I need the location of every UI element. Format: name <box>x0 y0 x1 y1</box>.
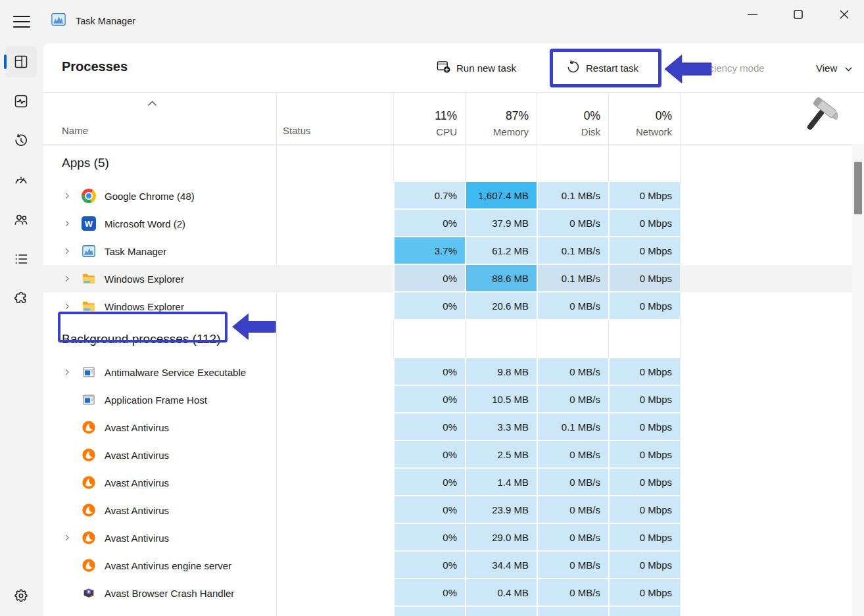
sidebar <box>0 43 43 616</box>
row-spacer <box>680 441 852 469</box>
leaf-icon <box>676 60 689 76</box>
expand-chevron-icon[interactable] <box>62 191 72 201</box>
sidebar-item-details[interactable] <box>5 243 37 275</box>
process-row[interactable]: Windows Explorer0%88.6 MB0.1 MB/s0 Mbps <box>43 265 852 293</box>
avast-app-icon <box>82 558 96 573</box>
header-spacer <box>680 93 852 144</box>
row-spacer <box>680 524 852 552</box>
memory-cell: 29.0 MB <box>465 524 537 552</box>
disk-cell: 0 MB/s <box>537 358 608 386</box>
process-row[interactable]: Avast Antivirus0%1.4 MB0 MB/s0 Mbps <box>43 469 852 496</box>
status-cell <box>276 265 393 293</box>
group-header[interactable]: Apps (5) <box>43 144 852 182</box>
process-row[interactable]: Antimalware Service Executable0%9.8 MB0 … <box>43 358 852 386</box>
process-name-cell: Avast Antivirus <box>43 414 276 441</box>
disk-cell: 0.1 MB/s <box>537 414 608 441</box>
column-header-disk[interactable]: 0% Disk <box>537 93 608 144</box>
column-header-memory[interactable]: 87% Memory <box>465 93 537 144</box>
process-row[interactable]: Avast Antivirus0%29.0 MB0 MB/s0 Mbps <box>43 524 852 552</box>
expand-chevron-icon[interactable] <box>62 367 72 377</box>
process-row[interactable]: Google Chrome (48)0.7%1,607.4 MB0.1 MB/s… <box>43 182 852 210</box>
expand-chevron-icon[interactable] <box>62 533 72 542</box>
cpu-total: 11% <box>435 109 457 123</box>
chevron-placeholder <box>62 506 72 515</box>
status-cell <box>276 182 393 210</box>
run-new-task-icon <box>437 60 450 76</box>
column-header-cpu[interactable]: 11% CPU <box>393 93 465 144</box>
view-dropdown[interactable]: View <box>812 57 856 78</box>
sidebar-item-users[interactable] <box>5 204 37 235</box>
restart-task-button[interactable]: Restart task <box>562 57 642 78</box>
group-label: Apps (5) <box>62 156 109 170</box>
expand-chevron-icon[interactable] <box>62 219 72 228</box>
efficiency-mode-button: Efficiency mode <box>672 57 769 78</box>
cpu-cell: 0% <box>393 496 465 524</box>
process-row[interactable]: Task Manager3.7%61.2 MB0.1 MB/s0 Mbps <box>43 237 852 265</box>
status-cell <box>276 469 393 496</box>
avast-app-icon <box>82 420 96 435</box>
status-cell <box>276 579 393 607</box>
column-header-status[interactable]: Status <box>276 93 393 144</box>
process-row[interactable]: Windows Explorer0%20.6 MB0 MB/s0 Mbps <box>43 293 852 320</box>
network-cell: 0 Mbps <box>608 607 680 616</box>
disk-cell: 0.1 MB/s <box>537 182 608 210</box>
cpu-cell: 0% <box>393 358 465 386</box>
cpu-cell: 0% <box>393 607 465 616</box>
process-name: Windows Explorer <box>105 301 184 312</box>
memory-cell: 1.4 MB <box>465 469 537 496</box>
disk-cell: 0.1 MB/s <box>537 607 608 616</box>
toolbar: Processes Run new task Restart task Effi… <box>43 43 864 93</box>
sidebar-item-settings[interactable] <box>5 580 37 611</box>
network-cell: 0 Mbps <box>608 414 680 441</box>
users-icon <box>13 212 29 227</box>
sidebar-item-services[interactable] <box>5 283 37 314</box>
status-cell <box>276 496 393 524</box>
table-header: Name Status 11% CPU 87% Memory 0% Disk 0… <box>43 93 852 145</box>
process-name-cell: Avast Antivirus <box>43 524 276 552</box>
sidebar-item-app-history[interactable] <box>5 125 37 156</box>
chevron-placeholder <box>62 395 72 404</box>
status-cell <box>276 293 393 320</box>
column-header-network[interactable]: 0% Network <box>608 93 680 144</box>
maximize-icon[interactable] <box>783 3 813 26</box>
expand-chevron-icon[interactable] <box>62 302 72 311</box>
row-spacer <box>680 210 852 237</box>
process-name: Avast Antivirus <box>105 422 169 433</box>
run-new-task-button[interactable]: Run new task <box>433 57 520 78</box>
vertical-scrollbar[interactable] <box>852 144 864 616</box>
process-row[interactable]: WMicrosoft Word (2)0%37.9 MB0 MB/s0 Mbps <box>43 210 852 237</box>
row-spacer <box>680 237 852 265</box>
process-name: Avast Antivirus <box>105 505 169 516</box>
process-row[interactable]: Avast Browser Crash Handler0%0.5 MB0.1 M… <box>43 607 852 616</box>
process-row[interactable]: Avast Antivirus engine server0%34.4 MB0 … <box>43 552 852 579</box>
sidebar-item-performance[interactable] <box>5 85 37 117</box>
column-header-name[interactable]: Name <box>43 93 276 144</box>
cpu-cell: 0% <box>393 414 465 441</box>
close-icon[interactable] <box>829 3 859 26</box>
process-row[interactable]: Avast Browser Crash Handler0%0.4 MB0 MB/… <box>43 579 852 607</box>
sidebar-item-startup-apps[interactable] <box>5 164 37 196</box>
scrollbar-thumb[interactable] <box>854 162 862 214</box>
process-row[interactable]: Avast Antivirus0%3.3 MB0.1 MB/s0 Mbps <box>43 414 852 441</box>
network-cell: 0 Mbps <box>608 496 680 524</box>
process-row[interactable]: Avast Antivirus0%2.5 MB0 MB/s0 Mbps <box>43 441 852 469</box>
minimize-icon[interactable] <box>737 3 767 26</box>
status-cell <box>276 237 393 265</box>
cpu-cell: 0% <box>393 524 465 552</box>
group-header[interactable]: Background processes (112) <box>43 320 852 358</box>
avast-app-icon <box>82 475 96 490</box>
cpu-cell: 0% <box>393 579 465 607</box>
expand-chevron-icon[interactable] <box>62 274 72 283</box>
menu-hamburger-icon[interactable] <box>11 12 33 31</box>
sidebar-item-processes[interactable] <box>5 46 37 78</box>
process-name: Google Chrome (48) <box>105 191 195 202</box>
memory-cell: 34.4 MB <box>465 552 537 579</box>
memory-total: 87% <box>506 109 529 123</box>
cpu-cell: 0.7% <box>393 182 465 210</box>
disk-cell: 0.1 MB/s <box>537 265 608 293</box>
performance-icon <box>13 93 29 109</box>
process-row[interactable]: Application Frame Host0%10.5 MB0 MB/s0 M… <box>43 386 852 414</box>
expand-chevron-icon[interactable] <box>62 247 72 256</box>
row-spacer <box>680 469 852 496</box>
process-row[interactable]: Avast Antivirus0%23.9 MB0 MB/s0 Mbps <box>43 496 852 524</box>
